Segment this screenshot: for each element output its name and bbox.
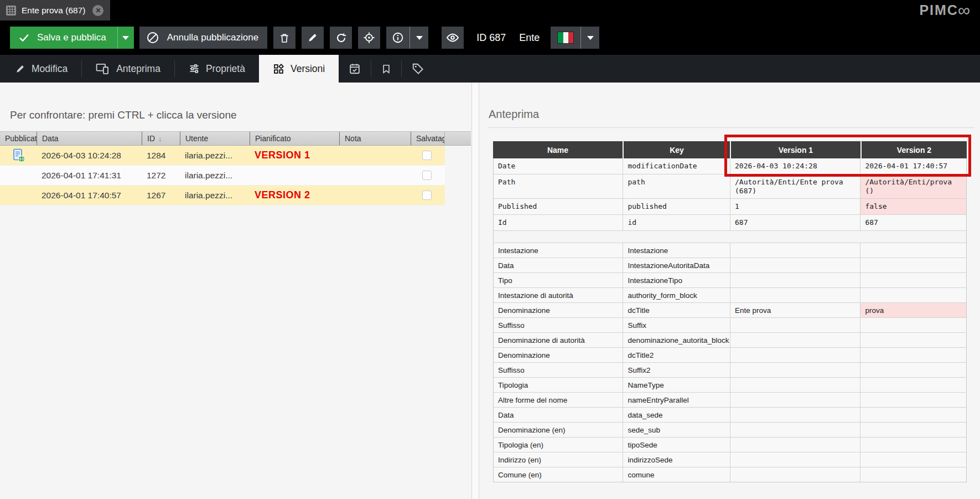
autosave-cell bbox=[411, 146, 445, 165]
tab-tags[interactable] bbox=[402, 55, 434, 83]
compare-table: NameKeyVersion 1Version 2 Datemodificati… bbox=[493, 141, 967, 482]
info-main[interactable] bbox=[386, 27, 409, 49]
autosave-checkbox[interactable] bbox=[422, 191, 432, 200]
info-caret[interactable] bbox=[409, 27, 428, 49]
compare-spacer-row bbox=[494, 231, 966, 243]
compare-cell-v2 bbox=[860, 333, 966, 347]
version-row[interactable]: 2026-04-01 17:41:311272ilaria.pezzi... bbox=[0, 166, 445, 186]
object-id-label: ID 687 bbox=[476, 32, 506, 44]
grid-column-header[interactable]: Data bbox=[37, 132, 142, 145]
published-cell bbox=[0, 166, 37, 185]
published-cell bbox=[0, 146, 37, 165]
compare-cell-v1 bbox=[730, 273, 860, 287]
compare-cell-v1 bbox=[730, 288, 860, 302]
compare-row: Idid687687 bbox=[494, 215, 966, 231]
language-selector[interactable] bbox=[551, 27, 599, 49]
save-publish-button[interactable]: Salva e pubblica bbox=[10, 27, 134, 49]
tab-schedule[interactable] bbox=[339, 55, 371, 83]
infinity-icon: ∞ bbox=[958, 2, 971, 19]
compare-cell-v1 bbox=[730, 408, 860, 422]
rename-button[interactable] bbox=[302, 27, 324, 49]
chevron-down-icon bbox=[416, 36, 423, 40]
tab-versioni[interactable]: Versioni bbox=[259, 55, 339, 83]
compare-row: Denominazione di autoritàdenominazione_a… bbox=[494, 333, 966, 348]
italian-flag-icon bbox=[557, 32, 574, 44]
compare-cell-name: Id bbox=[494, 215, 623, 230]
info-button[interactable] bbox=[386, 27, 428, 49]
compare-cell-v2 bbox=[860, 348, 966, 362]
language-caret[interactable] bbox=[580, 27, 599, 49]
compare-cell-v2 bbox=[860, 318, 966, 332]
compare-cell-v1 bbox=[730, 467, 860, 482]
compare-cell-key: tipoSede bbox=[623, 438, 730, 452]
version-row[interactable]: 2026-04-01 17:40:571267ilaria.pezzi...VE… bbox=[0, 186, 445, 205]
calendar-check-icon bbox=[349, 63, 361, 75]
versions-grid-header: PubblicatoDataID↓UtentePianificatoNotaSa… bbox=[0, 131, 471, 146]
chevron-down-icon bbox=[122, 36, 129, 40]
versions-view: Per confrontare: premi CTRL + clicca la … bbox=[0, 83, 980, 499]
compare-cell-v1 bbox=[730, 363, 860, 377]
compare-cell-name: Denominazione bbox=[494, 303, 623, 317]
grid-column-header[interactable]: Salvataggio bbox=[411, 132, 445, 145]
eye-icon bbox=[446, 31, 459, 44]
language-flag-area[interactable] bbox=[551, 27, 580, 49]
grid-column-header[interactable]: Pianificato bbox=[250, 132, 339, 145]
user-cell: ilaria.pezzi... bbox=[180, 186, 250, 205]
compare-cell-v1 bbox=[730, 393, 860, 407]
compare-row: Denominazione (en)sede_sub bbox=[494, 423, 966, 438]
compare-row: Indirizzo (en)indirizzoSede bbox=[494, 452, 966, 467]
id-cell: 1284 bbox=[142, 146, 180, 165]
published-cell bbox=[0, 186, 37, 205]
grid-column-header[interactable]: Nota bbox=[339, 132, 411, 145]
versions-grid-rows: 2026-04-03 10:24:281284ilaria.pezzi...VE… bbox=[0, 146, 471, 205]
compare-cell-key: dcTitle bbox=[623, 303, 730, 317]
tab-notes[interactable] bbox=[371, 55, 401, 83]
panel-splitter[interactable] bbox=[471, 83, 479, 499]
compare-cell-name: Tipo bbox=[494, 273, 623, 287]
compare-cell-v2: false bbox=[860, 199, 966, 214]
versions-list-panel: Per confrontare: premi CTRL + clicca la … bbox=[0, 83, 471, 499]
user-cell: ilaria.pezzi... bbox=[180, 146, 250, 165]
compare-table-body: DatemodificationDate2026-04-03 10:24:282… bbox=[493, 158, 967, 482]
date-cell: 2026-04-03 10:24:28 bbox=[37, 146, 142, 165]
delete-button[interactable] bbox=[273, 27, 295, 49]
document-tab[interactable]: Ente prova (687) ✕ bbox=[0, 0, 110, 20]
compare-cell-key: id bbox=[623, 215, 730, 230]
save-publish-main[interactable]: Salva e pubblica bbox=[10, 27, 117, 49]
compare-cell-v1: /Autorità/Enti/Ente prova (687) bbox=[730, 174, 860, 198]
save-options-caret[interactable] bbox=[117, 27, 134, 49]
compare-cell-v1 bbox=[730, 333, 860, 347]
compare-column-header: Name bbox=[493, 141, 623, 158]
tab-proprieta[interactable]: Proprietà bbox=[175, 55, 259, 83]
compare-cell-v1: Ente prova bbox=[730, 303, 860, 317]
object-grid-icon bbox=[6, 5, 17, 16]
grid-column-header[interactable]: Utente bbox=[180, 132, 250, 145]
grid-column-label: Data bbox=[42, 134, 59, 143]
grid-column-header[interactable]: Pubblicato bbox=[0, 132, 37, 145]
compare-cell-name: Denominazione (en) bbox=[494, 423, 623, 437]
locate-in-tree-button[interactable] bbox=[358, 27, 380, 49]
compare-cell-key: Suffix bbox=[623, 318, 730, 332]
tab-anteprima[interactable]: Anteprima bbox=[82, 55, 174, 83]
compare-cell-key: modificationDate bbox=[623, 158, 730, 174]
grid-column-header[interactable]: ID↓ bbox=[142, 132, 180, 145]
compare-cell-v2 bbox=[860, 438, 966, 452]
compare-cell-key: IntestazioneAutoritaData bbox=[623, 258, 730, 272]
compare-cell-key: Intestazione bbox=[623, 243, 730, 258]
preview-eye-button[interactable] bbox=[442, 27, 464, 49]
tab-modifica[interactable]: Modifica bbox=[1, 55, 81, 83]
autosave-cell bbox=[411, 166, 445, 185]
autosave-checkbox[interactable] bbox=[422, 171, 432, 180]
compare-cell-v1 bbox=[730, 378, 860, 392]
check-icon bbox=[19, 33, 29, 43]
compare-cell-key: published bbox=[623, 199, 730, 214]
pencil-icon bbox=[15, 64, 25, 74]
reload-button[interactable] bbox=[330, 27, 352, 49]
version-row[interactable]: 2026-04-03 10:24:281284ilaria.pezzi...VE… bbox=[0, 146, 445, 166]
autosave-checkbox[interactable] bbox=[422, 151, 432, 160]
compare-row: Pathpath/Autorità/Enti/Ente prova (687)/… bbox=[494, 174, 966, 199]
compare-cell-name: Intestazione di autorità bbox=[494, 288, 623, 302]
compare-cell-v1 bbox=[730, 348, 860, 362]
unpublish-button[interactable]: Annulla pubblicazione bbox=[139, 27, 267, 49]
close-tab-icon[interactable]: ✕ bbox=[92, 5, 103, 16]
